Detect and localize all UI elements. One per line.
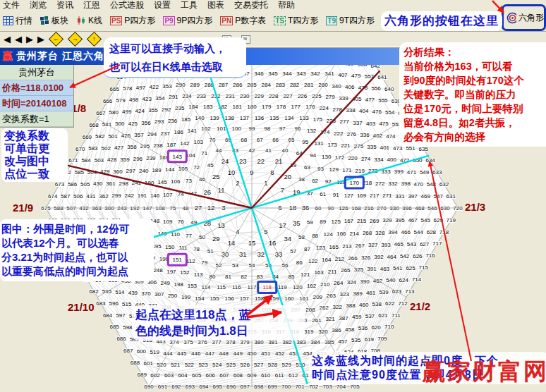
hex-cell[interactable]: 271 [382, 192, 392, 199]
nav-next-icon[interactable]: ▶ [26, 35, 33, 44]
hex-cell[interactable]: 700 [281, 384, 291, 390]
hex-cell[interactable]: 407 [338, 72, 348, 78]
hex-cell[interactable]: 82 [241, 274, 247, 280]
hex-cell[interactable]: 698 [254, 384, 264, 390]
hex-cell[interactable]: 604 [178, 372, 188, 379]
hex-cell[interactable]: 466 [401, 229, 411, 235]
hex-cell[interactable]: 697 [241, 384, 250, 390]
hex-cell[interactable]: 523 [198, 362, 208, 368]
hex-cell[interactable]: 89 [320, 219, 326, 225]
price-field[interactable]: 价格=118.0100 [0, 80, 73, 96]
hex-cell[interactable]: 354 [155, 95, 165, 102]
hex-cell[interactable]: 265 [341, 267, 351, 274]
hex-cell[interactable]: 11 [218, 186, 225, 194]
hex-cell[interactable]: 119 [278, 284, 287, 290]
hex-cell[interactable]: 423 [142, 96, 152, 102]
hex-cell[interactable]: 78 [193, 246, 200, 252]
hex-cell[interactable]: 390 [360, 278, 370, 285]
hex-cell[interactable]: 181 [233, 104, 243, 110]
hex-cell[interactable]: 298 [119, 180, 129, 187]
p-number-table-button[interactable]: PN P数字表 [220, 15, 266, 27]
hex-cell[interactable]: 640 [384, 86, 394, 92]
hex-cell[interactable]: 470 [414, 181, 424, 188]
hex-cell[interactable]: 682 [89, 288, 99, 295]
hex-cell[interactable]: 335 [367, 144, 377, 150]
hex-cell[interactable]: 134 [284, 115, 294, 121]
hex-cell[interactable]: 45 [207, 162, 214, 169]
hex-cell[interactable]: 545 [421, 217, 431, 223]
hex-cell[interactable]: 361 [106, 180, 116, 187]
hex-cell[interactable]: 671 [68, 157, 78, 164]
hex-cell[interactable]: 113 [194, 271, 203, 278]
hex-cell[interactable]: 238 [153, 142, 163, 149]
hex-cell[interactable]: 709 [377, 336, 387, 342]
hex-cell[interactable]: 266 [348, 255, 358, 262]
hex-cell[interactable]: 718 [439, 229, 449, 235]
hex-cell[interactable]: 399 [394, 169, 404, 175]
menu-gann[interactable]: 江恩 [83, 1, 100, 10]
hex-cell[interactable]: 6 [278, 204, 281, 212]
hex-cell[interactable]: 144 [165, 166, 175, 173]
hex-cell[interactable]: 343 [296, 71, 306, 77]
hex-cell[interactable]: 683 [96, 300, 106, 307]
hex-cell[interactable]: 291 [169, 94, 178, 100]
hex-cell[interactable]: 392 [374, 254, 384, 260]
hex-cell[interactable]: 228 [269, 93, 279, 99]
menu-formula-stockpick[interactable]: 公式选股 [110, 1, 144, 10]
hex-cell[interactable]: 336 [360, 132, 370, 138]
hex-cell[interactable]: 473 [393, 145, 403, 152]
hex-cell[interactable]: 57 [290, 248, 296, 255]
hex-cell[interactable]: 610 [261, 372, 271, 379]
hex-cell[interactable]: 332 [388, 180, 398, 187]
menu-tools[interactable]: 工具 [181, 1, 198, 10]
hex-cell[interactable]: 97 [279, 125, 286, 132]
hex-cell[interactable]: 542 [400, 253, 410, 259]
hex-cell[interactable]: 668 [89, 122, 99, 128]
hex-cell[interactable]: 459 [352, 314, 362, 320]
hex-cell[interactable]: 685 [110, 324, 120, 330]
hex-cell[interactable]: 474 [386, 133, 396, 140]
hex-cell[interactable]: 603 [164, 372, 174, 379]
hex-cell[interactable]: 505 [80, 181, 90, 188]
hex-cell[interactable]: 585 [75, 169, 85, 176]
hex-cell[interactable]: 59 [307, 219, 313, 226]
hex-cell[interactable]: 539 [379, 289, 389, 295]
hex-cell[interactable]: 543 [407, 241, 417, 247]
hex-cell[interactable]: 282 [290, 82, 300, 88]
hex-cell[interactable]: 422 [150, 84, 159, 90]
hex-cell[interactable]: 87 [304, 246, 310, 252]
hex-cell[interactable]: 26 [203, 188, 211, 196]
hex-cell[interactable]: 23 [239, 157, 247, 165]
hex-cell[interactable]: 100 [232, 125, 242, 132]
hex-cell[interactable]: 465 [394, 241, 404, 247]
hex-cell[interactable]: 68 [241, 137, 247, 143]
hex-cell[interactable]: 81 [225, 274, 231, 280]
hex-cell[interactable]: 186 [174, 129, 184, 135]
hex-cell[interactable]: 519 [150, 349, 160, 355]
hex-cell[interactable]: 296 [133, 156, 143, 162]
hex-cell[interactable]: 397 [408, 193, 418, 200]
hex-cell[interactable]: 152 [180, 269, 190, 276]
hex-cell[interactable]: 272 [375, 180, 385, 187]
hex-cell[interactable]: 250 [168, 293, 178, 299]
hex-cell[interactable]: 499 [122, 109, 132, 115]
hex-cell[interactable]: 527 [254, 362, 264, 368]
hex-cell[interactable]: 548 [427, 181, 437, 188]
t9-square-button[interactable]: T9 9T四方形 [326, 15, 375, 27]
hex-cell[interactable]: 79 [201, 259, 207, 266]
hex-cell[interactable]: 691 [158, 384, 168, 390]
nav-prev-icon[interactable]: ◀ [15, 35, 22, 44]
hex-cell[interactable]: 540 [386, 277, 396, 283]
hex-cell[interactable]: 629 [434, 217, 444, 223]
hex-cell[interactable]: 619 [365, 336, 375, 343]
hex-cell[interactable]: 338 [346, 107, 356, 114]
hex-cell[interactable]: 711 [392, 312, 401, 319]
hex-cell[interactable]: 370 [141, 290, 151, 297]
hex-cell[interactable]: 684 [103, 312, 113, 319]
hex-cell[interactable]: 132 [307, 128, 317, 134]
hex-cell[interactable]: 183 [203, 104, 213, 110]
hex-cell[interactable]: 72 [193, 164, 200, 171]
hex-cell[interactable]: 586 [68, 181, 78, 188]
hex-cell[interactable]: 406 [345, 84, 355, 90]
hex-cell[interactable]: 307 [154, 291, 164, 298]
